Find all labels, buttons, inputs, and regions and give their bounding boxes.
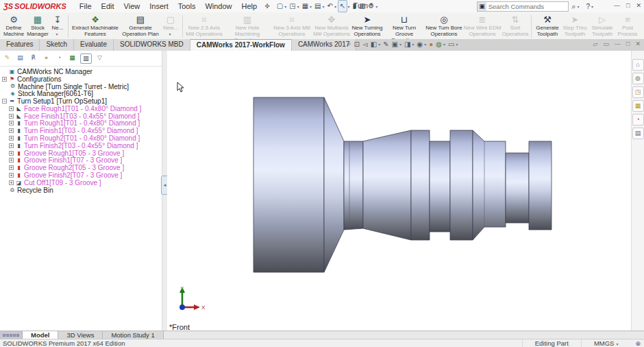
print-icon[interactable]: ▤ xyxy=(313,1,322,12)
generate-toolpath-button[interactable]: ⚒Generate Toolpath xyxy=(534,13,561,40)
search-commands-box[interactable]: ▣ xyxy=(477,1,569,12)
tree-item-face-finish1[interactable]: +◣Face Finish1[T03 - 0.4x55° Diamond ] xyxy=(2,112,162,120)
tree-item-recycle-bin[interactable]: ♻Recycle Bin xyxy=(2,187,162,194)
tab-features[interactable]: Features xyxy=(0,39,40,51)
expand-icon[interactable]: + xyxy=(9,165,14,170)
tree-item-groove-finish1[interactable]: +▮Groove Finish1[T07 - 3 Groove ] xyxy=(2,157,162,165)
search-icon[interactable]: ⌕ xyxy=(571,2,575,11)
save-icon[interactable]: ▦ xyxy=(301,1,310,12)
tree-item-nc-manager[interactable]: ▣CAMWorks NC Manager xyxy=(2,68,162,75)
tree-item-stock-manager[interactable]: ◈Stock Manager[6061-T6] xyxy=(2,90,162,97)
tree-item-turn-finish1[interactable]: +▮Turn Finish1[T03 - 0.4x55° Diamond ] xyxy=(2,127,162,134)
dimxpert-manager-tab[interactable]: ⌖ xyxy=(41,53,51,62)
chevron-down-icon[interactable]: ▾ xyxy=(375,4,377,9)
appearances-scenes-icon[interactable]: ◔ xyxy=(632,114,644,125)
generate-operation-plan-button[interactable]: ▤Generate Operation Plan xyxy=(120,13,161,40)
apply-scene-icon[interactable]: ◍ xyxy=(436,40,442,48)
chevron-down-icon[interactable]: ▾ xyxy=(399,42,401,47)
expand-icon[interactable]: + xyxy=(9,106,14,111)
zoom-to-fit-icon[interactable]: ⌕ xyxy=(347,40,351,48)
define-machine-button[interactable]: ⚙Define Machine xyxy=(1,13,26,40)
custom-properties-icon[interactable]: ▤ xyxy=(632,128,644,139)
expand-icon[interactable]: + xyxy=(9,121,14,125)
expand-icon[interactable]: + xyxy=(9,128,14,133)
chevron-down-icon[interactable]: ▾ xyxy=(334,4,336,9)
expand-icon[interactable]: + xyxy=(9,151,14,156)
expand-icon[interactable]: + xyxy=(2,77,7,82)
search-input[interactable] xyxy=(486,3,568,10)
previous-view-icon[interactable]: ◅ xyxy=(362,40,368,48)
menu-help[interactable]: Help xyxy=(237,2,262,10)
section-view-icon[interactable]: ◧ xyxy=(371,40,377,48)
tree-item-groove-rough1[interactable]: +▮Groove Rough1[T05 - 3 Groove ] xyxy=(2,149,162,157)
doc-minimize-icon[interactable]: — xyxy=(615,40,621,47)
display-style-icon[interactable]: ◨ xyxy=(404,40,410,48)
new-button[interactable]: ↧Ne...▾ xyxy=(49,13,66,40)
zoom-to-area-icon[interactable]: ⊡ xyxy=(354,40,360,48)
collapse-icon[interactable]: − xyxy=(2,99,7,104)
graphics-viewport[interactable]: Y X *Front xyxy=(167,51,632,331)
menu-edit[interactable]: Edit xyxy=(97,2,119,10)
menu-insert[interactable]: Insert xyxy=(145,2,173,10)
camworks-operation-tree-tab[interactable]: ▥ xyxy=(80,53,92,64)
minimize-button[interactable]: — xyxy=(614,2,620,9)
featuremanager-tree-tab[interactable]: ✎ xyxy=(2,53,12,62)
extract-machinable-features-button[interactable]: ❖Extract Machinable Features xyxy=(71,13,120,40)
tab-evaluate[interactable]: Evaluate xyxy=(74,39,114,51)
solidworks-resources-icon[interactable]: ⌂ xyxy=(632,59,644,71)
menu-file[interactable]: File xyxy=(75,2,97,10)
chevron-down-icon[interactable]: ▾ xyxy=(577,4,579,9)
restore-button[interactable]: □ xyxy=(626,2,630,9)
close-button[interactable]: ✕ xyxy=(636,2,641,9)
display-manager-tab[interactable]: ◔ xyxy=(54,53,64,62)
chevron-down-icon[interactable]: ▾ xyxy=(347,4,349,9)
help-button[interactable]: ? xyxy=(586,3,590,10)
expand-icon[interactable]: + xyxy=(9,180,14,185)
units-selector[interactable]: MMGS▾ xyxy=(581,339,632,347)
turned-shaft-model[interactable] xyxy=(167,51,632,331)
expand-icon[interactable]: + xyxy=(9,158,14,163)
new-turn-bore-operations-button[interactable]: ◎New Turn Bore Operations xyxy=(425,13,463,40)
tab-sketch[interactable]: Sketch xyxy=(40,39,74,51)
edit-appearance-icon[interactable]: ● xyxy=(429,40,433,48)
undo-icon[interactable]: ↶ xyxy=(326,1,334,12)
chevron-down-icon[interactable]: ▾ xyxy=(297,4,299,9)
view-settings-icon[interactable]: ▭ xyxy=(448,40,454,48)
menu-view[interactable]: View xyxy=(119,2,145,10)
tree-item-turn-rough2[interactable]: +▮Turn Rough2[T01 - 0.4x80° Diamond ] xyxy=(2,134,162,142)
tree-item-turn-finish2[interactable]: +▮Turn Finish2[T03 - 0.4x55° Diamond ] xyxy=(2,142,162,149)
doc-restore-icon[interactable]: □ xyxy=(626,40,630,47)
configuration-manager-tab[interactable]: ℟ xyxy=(28,53,38,62)
view-palette-icon[interactable]: ▦ xyxy=(632,100,644,112)
tree-item-cut-off1[interactable]: +◪Cut Off1[T09 - 3 Groove ] xyxy=(2,179,162,187)
tree-item-machine[interactable]: ⚙Machine [Turn Single Turret - Metric] xyxy=(2,83,162,91)
new-turning-operations-button[interactable]: ➤New Turning Operations xyxy=(351,13,384,40)
view-orientation-icon[interactable]: ▣ xyxy=(392,40,398,48)
select-cursor-icon[interactable]: ↖ xyxy=(338,0,347,12)
tree-item-configurations[interactable]: +⚑Configurations xyxy=(2,75,162,83)
chevron-down-icon[interactable]: ▾ xyxy=(378,42,380,47)
expand-icon[interactable]: + xyxy=(9,114,14,119)
new-turn-groove-operations-button[interactable]: ⊔New Turn Groove Operations xyxy=(384,13,425,40)
chevron-down-icon[interactable]: ▾ xyxy=(323,4,325,9)
hide-show-items-icon[interactable]: ◉ xyxy=(417,40,423,48)
doc-tile-icon[interactable]: ▭ xyxy=(604,40,610,47)
globe-icon[interactable]: ⊕ xyxy=(632,340,644,347)
stock-manager-button[interactable]: ▦Stock Manager xyxy=(26,13,49,40)
doc-close-icon[interactable]: ✕ xyxy=(635,40,641,47)
camworks-feature-tree-tab[interactable]: ▦ xyxy=(67,53,77,62)
tree-item-face-rough1[interactable]: +◣Face Rough1[T01 - 0.4x80° Diamond ] xyxy=(2,105,162,112)
menu-window[interactable]: Window xyxy=(200,2,236,10)
expand-icon[interactable]: + xyxy=(9,136,14,141)
chevron-down-icon[interactable]: ▾ xyxy=(284,4,286,9)
chevron-down-icon[interactable]: ▾ xyxy=(591,4,593,9)
tree-item-turn-rough1[interactable]: +▮Turn Rough1[T01 - 0.4x80° Diamond ] xyxy=(2,120,162,128)
dynamic-annotation-icon[interactable]: ✎ xyxy=(383,40,388,48)
open-icon[interactable]: ◳ xyxy=(288,1,297,12)
chevron-down-icon[interactable]: ▾ xyxy=(456,42,458,47)
camworks-tools-tree-tab[interactable]: ▽ xyxy=(95,53,105,62)
tab-solidworks-mbd[interactable]: SOLIDWORKS MBD xyxy=(114,39,190,51)
file-explorer-icon[interactable]: ◳ xyxy=(632,86,644,98)
expand-icon[interactable]: + xyxy=(9,173,14,178)
property-manager-tab[interactable]: ▤ xyxy=(15,53,25,62)
